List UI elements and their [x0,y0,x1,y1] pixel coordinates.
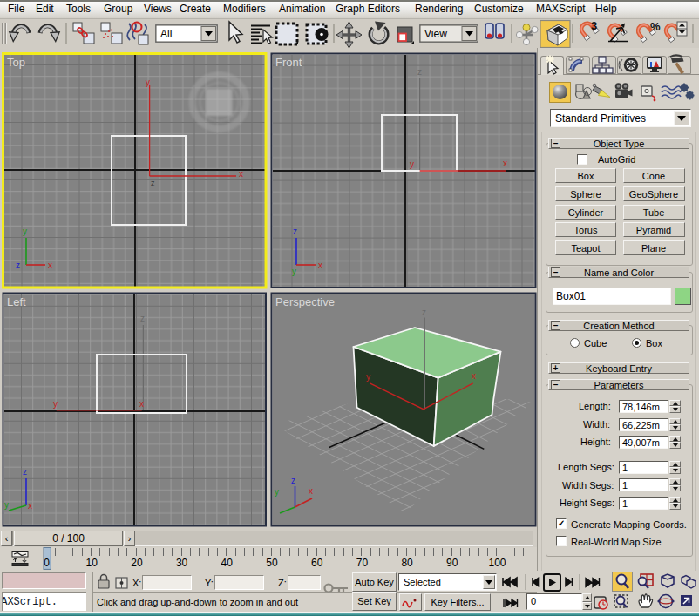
svg-text:70: 70 [356,557,369,569]
svg-text:View: View [424,28,447,40]
svg-text:y: y [23,227,27,236]
svg-text:Front: Front [275,56,302,69]
svg-text:y: y [53,399,58,409]
svg-text:y: y [410,159,414,169]
svg-text:50: 50 [266,557,278,569]
svg-text:y: y [292,267,296,276]
svg-text:%: % [650,20,661,33]
svg-text:3: 3 [591,19,597,32]
svg-text:x: x [503,159,507,168]
svg-text:40: 40 [221,557,234,569]
svg-text:x: x [318,261,322,270]
svg-text:z: z [140,314,145,323]
svg-text:z: z [293,227,297,236]
svg-text:60: 60 [311,557,323,569]
svg-text:x: x [139,399,144,409]
svg-text:y: y [4,500,9,510]
svg-text:z: z [151,179,155,187]
svg-text:y: y [146,78,150,87]
svg-text:z: z [417,67,422,77]
svg-text:Perspective: Perspective [275,295,335,308]
svg-text:y: y [275,487,279,497]
svg-text:20: 20 [131,557,143,569]
svg-text:y: y [366,372,370,382]
svg-text:Top: Top [7,56,25,69]
svg-text:90: 90 [446,557,458,569]
svg-text:x: x [239,169,243,179]
svg-text:z: z [422,308,426,317]
svg-text:10: 10 [86,557,98,569]
svg-text:z: z [23,467,27,477]
svg-text:x: x [309,486,313,496]
svg-text:All: All [160,28,172,40]
svg-text:x: x [472,371,476,381]
svg-text:80: 80 [401,557,413,569]
svg-text:z: z [16,261,20,270]
svg-text:100: 100 [488,557,506,569]
svg-text:z: z [291,476,295,485]
svg-text:Left: Left [7,295,26,308]
svg-text:x: x [48,261,52,270]
svg-text:x: x [28,501,32,511]
svg-text:0: 0 [44,557,50,569]
svg-text:30: 30 [176,557,188,569]
